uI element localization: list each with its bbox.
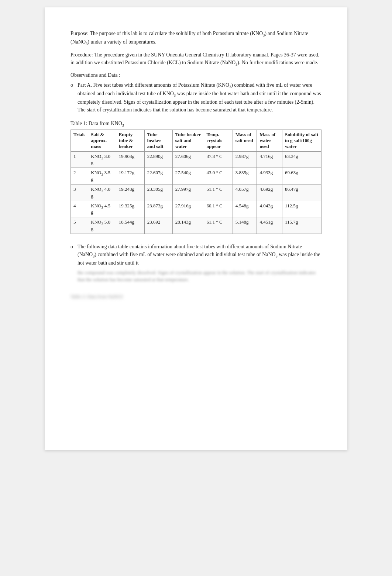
cell-tube-salt: 23.305g [144, 184, 172, 201]
procedure-label: Procedure [71, 52, 92, 58]
cell-temp: 43.0 ° C [204, 168, 233, 184]
cell-trial: 2 [71, 168, 88, 184]
cell-mass-salt: 3.835g [233, 168, 257, 184]
purpose-colon: : The purpose of this lab is to calculat… [87, 31, 263, 36]
cell-mass-salt: 4.548g [233, 201, 257, 217]
procedure-paragraph: Procedure: The procedure given in the SU… [71, 51, 321, 67]
table-row: 3 KNO3 4.0 g 19.248g 23.305g 27.997g 51.… [71, 184, 321, 201]
cell-tube-salt-water: 27.606g [172, 151, 204, 168]
table1-title-text: Table 1: Data from KNO [71, 121, 122, 126]
cell-solubility: 115.7g [282, 217, 321, 234]
cell-empty-tube: 19.903g [116, 151, 144, 168]
bullet-content-1: Part A. Five test tubes with different a… [78, 81, 321, 114]
col-temp: Temp. crystals appear [204, 130, 233, 151]
table-body: 1 KNO3 3.0 g 19.903g 22.890g 27.606g 37.… [71, 151, 321, 234]
bullet2-text2: ) combined with five mL of water were ob… [94, 252, 276, 257]
cell-temp: 60.1 ° C [204, 201, 233, 217]
col-solubility: Solubility of salt in g salt/100g water [282, 130, 321, 151]
cell-empty-tube: 19.248g [116, 184, 144, 201]
cell-mass-water: 4.451g [257, 217, 282, 234]
cell-temp: 61.1 ° C [204, 217, 233, 234]
cell-mass-salt: 2.987g [233, 151, 257, 168]
procedure-text2: ). No further modifications were made. [237, 60, 318, 65]
cell-mass-water: 4.692g [257, 184, 282, 201]
purpose-label: Purpose [71, 31, 87, 36]
cell-salt: KNO3 4.0 g [88, 184, 116, 201]
data-table-kno3: Trials Salt & approx. mass Empty tube & … [71, 130, 321, 234]
cell-salt: KNO3 3.5 g [88, 168, 116, 184]
cell-mass-water: 4.716g [257, 151, 282, 168]
cell-tube-salt-water: 27.997g [172, 184, 204, 201]
table-row: 4 KNO3 4.5 g 19.325g 23.873g 27.916g 60.… [71, 201, 321, 217]
cell-temp: 51.1 ° C [204, 184, 233, 201]
cell-empty-tube: 19.172g [116, 168, 144, 184]
cell-mass-water: 4.933g [257, 168, 282, 184]
table1-title: Table 1: Data from KNO3 [71, 120, 321, 128]
cell-mass-salt: 5.148g [233, 217, 257, 234]
cell-mass-salt: 4.057g [233, 184, 257, 201]
cell-temp: 37.3 ° C [204, 151, 233, 168]
bullet1-text1: Part A. Five test tubes with different a… [78, 82, 229, 88]
col-mass-salt: Mass of salt used [233, 130, 257, 151]
bullet-marker-2: o [71, 243, 73, 287]
cell-tube-salt-water: 27.540g [172, 168, 204, 184]
col-salt: Salt & approx. mass [88, 130, 116, 151]
bullet-list-2: o The following data table contains info… [71, 243, 321, 287]
cell-trial: 3 [71, 184, 88, 201]
cell-solubility: 86.47g [282, 184, 321, 201]
table-row: 2 KNO3 3.5 g 19.172g 22.607g 27.540g 43.… [71, 168, 321, 184]
cell-solubility: 69.63g [282, 168, 321, 184]
cell-empty-tube: 18.544g [116, 217, 144, 234]
blurred-table-title: Table 2: Data from NaNO3 [71, 293, 321, 300]
cell-salt: KNO3 4.5 g [88, 201, 116, 217]
bullet-marker-1: o [71, 81, 73, 114]
cell-tube-salt: 23.692 [144, 217, 172, 234]
cell-solubility: 63.34g [282, 151, 321, 168]
cell-tube-salt-water: 28.143g [172, 217, 204, 234]
blurred-paragraph: the compound was completely dissolved. S… [78, 269, 321, 283]
cell-mass-water: 4.043g [257, 201, 282, 217]
cell-tube-salt: 22.890g [144, 151, 172, 168]
cell-empty-tube: 19.325g [116, 201, 144, 217]
cell-salt: KNO3 5.0 g [88, 217, 116, 234]
bullet-list: o Part A. Five test tubes with different… [71, 81, 321, 114]
cell-salt: KNO3 3.0 g [88, 151, 116, 168]
col-tube-salt-water: Tube beaker salt and water [172, 130, 204, 151]
cell-tube-salt: 22.607g [144, 168, 172, 184]
page: Purpose: The purpose of this lab is to c… [45, 7, 347, 450]
table1-title-sub: 3 [122, 123, 124, 127]
col-tube-salt: Tube beaker and salt [144, 130, 172, 151]
cell-trial: 5 [71, 217, 88, 234]
table-row: 5 KNO3 5.0 g 18.544g 23.692 28.143g 61.1… [71, 217, 321, 234]
col-empty-tube: Empty tube & beaker [116, 130, 144, 151]
cell-trial: 1 [71, 151, 88, 168]
cell-trial: 4 [71, 201, 88, 217]
cell-tube-salt: 23.873g [144, 201, 172, 217]
cell-solubility: 112.5g [282, 201, 321, 217]
purpose-text3: ) under a variety of temperatures. [87, 39, 157, 45]
table-row: 1 KNO3 3.0 g 19.903g 22.890g 27.606g 37.… [71, 151, 321, 168]
bullet-item-2: o The following data table contains info… [71, 243, 321, 287]
col-mass-water: Mass of water used [257, 130, 282, 151]
cell-tube-salt-water: 27.916g [172, 201, 204, 217]
observations-header: Observations and Data : [71, 71, 321, 79]
purpose-paragraph: Purpose: The purpose of this lab is to c… [71, 30, 321, 46]
table-header-row: Trials Salt & approx. mass Empty tube & … [71, 130, 321, 151]
col-trials: Trials [71, 130, 88, 151]
bullet-item-1: o Part A. Five test tubes with different… [71, 81, 321, 114]
bullet-content-2: The following data table contains inform… [78, 243, 321, 287]
